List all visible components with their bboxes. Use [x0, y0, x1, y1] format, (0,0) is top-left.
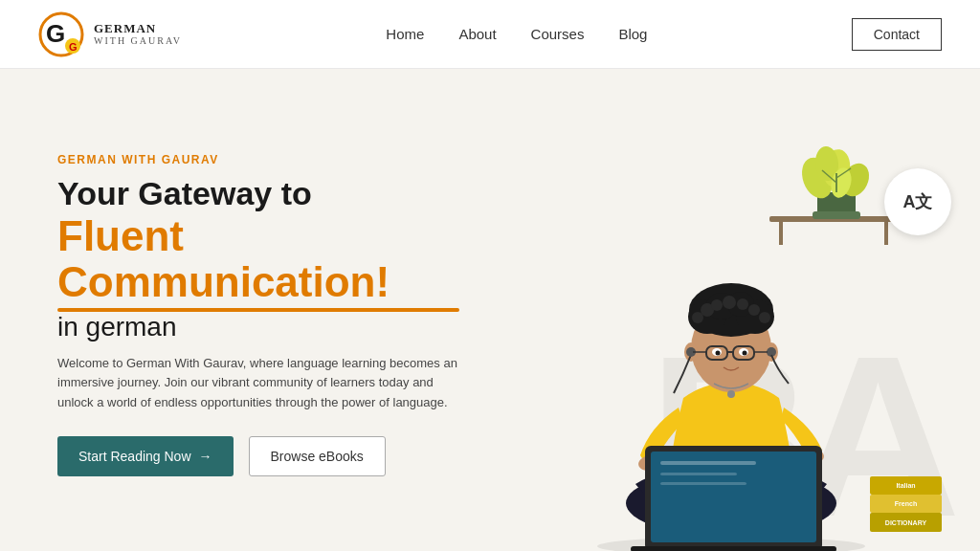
contact-button[interactable]: Contact	[852, 18, 942, 51]
hero-title-highlight: Fluent Communication!	[57, 213, 459, 312]
logo-brand-sub: WITH GAURAV	[94, 35, 182, 47]
nav-links: Home About Courses Blog	[386, 26, 647, 43]
book-label: Italian	[896, 482, 915, 489]
nav-item-blog[interactable]: Blog	[618, 26, 647, 43]
svg-rect-25	[660, 482, 746, 485]
book-label: French	[895, 500, 917, 507]
nav-item-courses[interactable]: Courses	[531, 26, 585, 43]
svg-point-45	[727, 390, 735, 398]
hero-buttons: Start Reading Now → Browse eBooks	[57, 436, 459, 476]
book-label: DICTIONARY	[885, 519, 926, 526]
browse-ebooks-button[interactable]: Browse eBooks	[249, 436, 386, 476]
svg-rect-26	[631, 546, 836, 551]
hero-brand-tagline: GERMAN WITH GAURAV	[57, 153, 459, 166]
books-stack: Italian French DICTIONARY	[870, 476, 942, 532]
hero-title-main: Your Gateway to Fluent Communication!	[57, 174, 459, 312]
svg-point-38	[748, 304, 760, 316]
svg-point-40	[759, 312, 770, 323]
logo[interactable]: G G GERMAN WITH GAURAV	[38, 11, 182, 57]
svg-rect-24	[660, 473, 737, 475]
hero-subtitle: in german	[57, 312, 459, 342]
nav-item-home[interactable]: Home	[386, 26, 424, 43]
svg-point-37	[737, 298, 748, 310]
navbar: G G GERMAN WITH GAURAV Home About Course…	[0, 0, 980, 69]
illustration-container: BA	[501, 111, 980, 551]
hero-content: GERMAN WITH GAURAV Your Gateway to Fluen…	[57, 153, 459, 476]
book-item: DICTIONARY	[870, 513, 942, 532]
svg-point-35	[711, 299, 723, 311]
book-item: French	[870, 495, 942, 513]
person-illustration	[559, 207, 923, 551]
svg-text:G: G	[69, 41, 78, 53]
svg-point-36	[723, 296, 736, 309]
hero-title-line1: Your Gateway to	[57, 175, 312, 211]
svg-point-39	[692, 312, 703, 323]
svg-text:G: G	[46, 19, 65, 48]
hero-description: Welcome to German With Gaurav, where lan…	[57, 354, 459, 413]
svg-rect-22	[651, 452, 816, 542]
logo-text: GERMAN WITH GAURAV	[94, 21, 182, 48]
svg-point-54	[743, 351, 747, 356]
logo-icon: G G	[38, 11, 84, 57]
logo-brand-main: GERMAN	[94, 21, 182, 36]
hero-section: GERMAN WITH GAURAV Your Gateway to Fluen…	[0, 69, 980, 551]
svg-rect-23	[660, 461, 756, 465]
svg-point-53	[716, 351, 721, 356]
book-item: Italian	[870, 476, 942, 495]
nav-item-about[interactable]: About	[458, 26, 496, 43]
start-reading-button[interactable]: Start Reading Now →	[57, 436, 234, 476]
hero-illustration: BA	[501, 111, 980, 551]
